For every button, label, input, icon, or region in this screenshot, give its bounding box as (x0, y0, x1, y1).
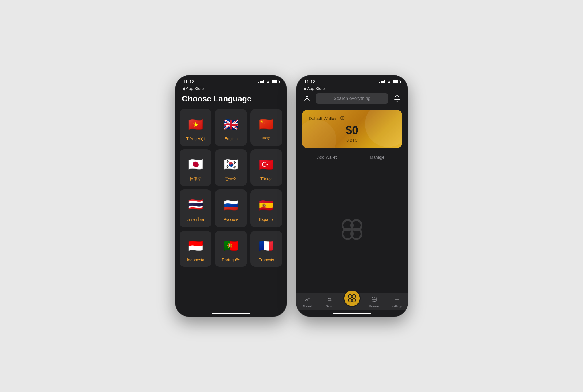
lang-label-portuguese: Português (222, 258, 240, 262)
tab-swap[interactable]: Swap (318, 295, 341, 309)
lang-item-korean[interactable]: 🇰🇷한국어 (215, 149, 247, 186)
page-title: Choose Language (180, 92, 282, 109)
search-placeholder: Search everything (334, 96, 371, 101)
flag-french: 🇫🇷 (257, 236, 275, 255)
svg-point-9 (352, 298, 356, 302)
svg-point-1 (342, 117, 343, 119)
tab-market-label: Market (303, 305, 312, 308)
wallet-amount: $0 (309, 124, 395, 137)
tab-swap-label: Swap (326, 305, 333, 308)
flag-english: 🇬🇧 (222, 115, 240, 134)
lang-item-japanese[interactable]: 🇯🇵日本語 (180, 149, 211, 186)
flag-chinese: 🇨🇳 (257, 115, 275, 133)
home-tab-button[interactable] (343, 290, 361, 307)
tab-settings[interactable]: Settings (386, 295, 408, 309)
notification-bell-icon[interactable] (392, 93, 402, 104)
status-icons-left: ▲ (258, 79, 279, 84)
wallet-title: Default Wallets (309, 116, 337, 121)
swap-icon (327, 296, 333, 304)
tab-browser-label: Browser (369, 305, 380, 308)
lang-item-spanish[interactable]: 🇪🇸Español (250, 189, 282, 227)
back-nav-left[interactable]: ◀ App Store (175, 86, 287, 92)
lang-item-turkish[interactable]: 🇹🇷Türkçe (250, 149, 282, 186)
battery-fill-right (393, 80, 398, 83)
flag-spanish: 🇪🇸 (257, 196, 275, 214)
status-icons-right: ▲ (379, 79, 400, 84)
home-indicator-right (333, 313, 371, 314)
wifi-icon: ▲ (266, 79, 270, 84)
language-grid: 🇻🇳Tiếng Việt🇬🇧English🇨🇳中文🇯🇵日本語🇰🇷한국어🇹🇷Tür… (180, 109, 282, 267)
flag-thai: 🇹🇭 (186, 195, 205, 213)
lang-label-japanese: 日本語 (190, 176, 202, 181)
signal-bar-r1 (379, 82, 380, 83)
wifi-icon-right: ▲ (387, 79, 391, 84)
lang-item-portuguese[interactable]: 🇵🇹Português (215, 231, 247, 267)
market-icon (304, 296, 310, 304)
signal-icon (258, 80, 264, 83)
app-logo-watermark (341, 218, 364, 241)
manage-button[interactable]: Manage (352, 153, 402, 162)
lang-label-thai: ภาษาไทย (187, 216, 204, 223)
add-wallet-button[interactable]: Add Wallet (302, 153, 352, 162)
signal-bar-r4 (384, 80, 385, 83)
lang-label-russian: Русский (224, 217, 238, 222)
search-bar[interactable]: Search everything (316, 93, 388, 104)
wallet-actions: Add Wallet Manage (296, 153, 408, 166)
flag-indonesian: 🇮🇩 (186, 236, 205, 255)
signal-bar-3 (261, 81, 263, 83)
app-container: 11:12 ▲ ◀ App Store Choose Language 🇻� (164, 64, 419, 328)
lang-item-viet[interactable]: 🇻🇳Tiếng Việt (180, 109, 211, 146)
svg-point-6 (348, 294, 352, 298)
wallet-card-header: Default Wallets (309, 115, 395, 121)
flag-portuguese: 🇵🇹 (222, 236, 240, 255)
left-phone: 11:12 ▲ ◀ App Store Choose Language 🇻� (175, 75, 287, 317)
home-indicator-left (212, 313, 250, 314)
signal-bar-r3 (382, 81, 384, 83)
tab-home[interactable] (341, 289, 363, 308)
signal-bar-1 (258, 82, 259, 83)
tab-market[interactable]: Market (296, 295, 318, 309)
signal-bar-2 (260, 81, 261, 83)
home-logo-icon (347, 293, 357, 303)
wallet-header: Search everything (296, 92, 408, 107)
battery-icon (272, 80, 279, 83)
lang-label-spanish: Español (259, 217, 274, 222)
battery-fill (272, 80, 277, 83)
back-nav-right[interactable]: ◀ App Store (296, 86, 408, 92)
svg-point-8 (348, 298, 352, 302)
wallet-screen: Search everything Default Wallets (296, 92, 408, 317)
signal-icon-right (379, 80, 385, 83)
browser-icon (371, 296, 378, 304)
lang-label-english: English (224, 136, 238, 141)
lang-item-french[interactable]: 🇫🇷Français (250, 231, 282, 267)
tab-bar: Market Swap (296, 293, 408, 310)
lang-label-turkish: Türkçe (260, 177, 273, 181)
lang-item-chinese[interactable]: 🇨🇳中文 (250, 109, 282, 146)
lang-item-russian[interactable]: 🇷🇺Русский (215, 189, 247, 227)
flag-russian: 🇷🇺 (222, 196, 240, 214)
flag-japanese: 🇯🇵 (186, 155, 205, 173)
lang-item-thai[interactable]: 🇹🇭ภาษาไทย (180, 189, 211, 227)
flag-turkish: 🇹🇷 (257, 155, 275, 174)
signal-bar-r2 (381, 81, 382, 83)
status-bar-left: 11:12 ▲ (175, 75, 287, 86)
flag-korean: 🇰🇷 (222, 155, 240, 173)
lang-item-english[interactable]: 🇬🇧English (215, 109, 247, 146)
status-time-right: 11:12 (304, 79, 315, 84)
lang-label-chinese: 中文 (262, 136, 270, 141)
profile-icon[interactable] (302, 93, 312, 104)
wallet-card-area: Default Wallets $0 0 BTC (296, 107, 408, 153)
language-screen: Choose Language 🇻🇳Tiếng Việt🇬🇧English🇨🇳中… (175, 92, 287, 310)
lang-label-indonesian: Indonesia (187, 258, 204, 262)
tab-browser[interactable]: Browser (363, 295, 386, 309)
battery-icon-right (393, 80, 400, 83)
wallet-main-area (296, 166, 408, 293)
status-bar-right: 11:12 ▲ (296, 75, 408, 86)
lang-item-indonesian[interactable]: 🇮🇩Indonesia (180, 231, 211, 267)
eye-icon[interactable] (340, 115, 345, 121)
wallet-card: Default Wallets $0 0 BTC (302, 110, 402, 148)
status-time-left: 11:12 (183, 79, 194, 84)
lang-label-french: Français (259, 258, 274, 262)
right-phone: 11:12 ▲ ◀ App Store (296, 75, 408, 317)
flag-viet: 🇻🇳 (186, 115, 205, 134)
